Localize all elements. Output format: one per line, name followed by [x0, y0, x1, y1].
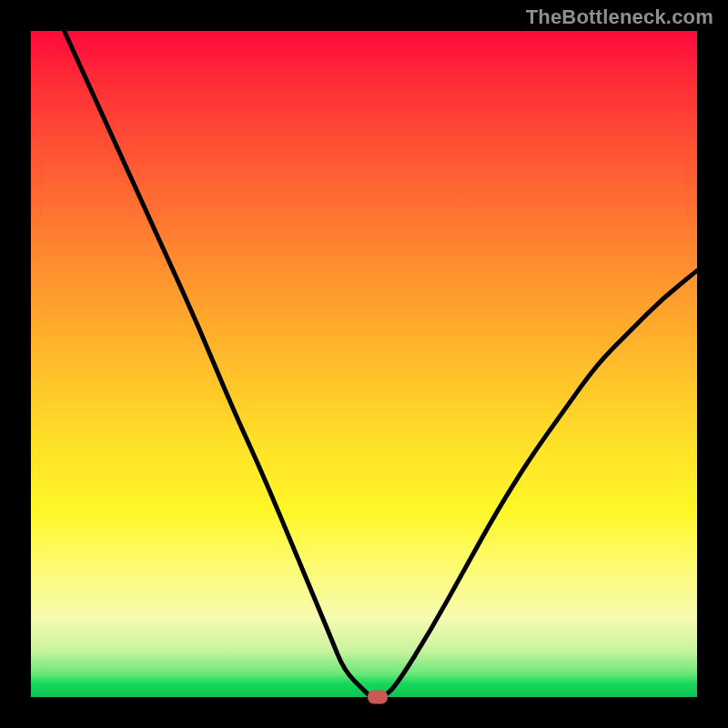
minimum-marker [368, 691, 388, 704]
plot-area [31, 31, 697, 697]
bottleneck-curve [31, 31, 697, 697]
chart-frame: TheBottleneck.com [0, 0, 728, 728]
watermark-text: TheBottleneck.com [526, 5, 713, 29]
curve-path [65, 31, 697, 697]
